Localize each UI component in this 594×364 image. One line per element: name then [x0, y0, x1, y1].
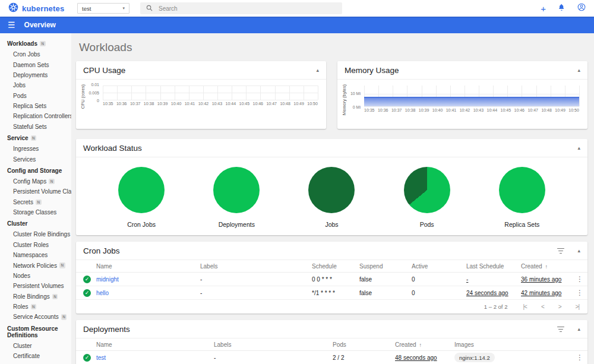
image-chip: nginx:1.14.2: [454, 353, 495, 362]
first-page-icon[interactable]: |<: [523, 303, 526, 310]
table-row[interactable]: ✓hello-*/1 * * * *false024 seconds ago42…: [76, 286, 587, 300]
cell-active: 0: [412, 276, 466, 283]
collapse-arrow-icon[interactable]: ▴: [577, 68, 580, 73]
filter-icon[interactable]: [557, 248, 564, 254]
next-page-icon[interactable]: >: [558, 303, 561, 310]
sidebar-item-label: Ingresses: [13, 145, 39, 152]
user-account-icon[interactable]: [577, 3, 586, 14]
sidebar-item-cluster[interactable]: Cluster: [0, 341, 71, 351]
sidebar-item-stateful-sets[interactable]: Stateful Sets: [0, 122, 71, 132]
sidebar-item-label: Persistent Volume Claims: [13, 188, 71, 195]
sidebar-item-services[interactable]: Services: [0, 154, 71, 164]
column-header-labels[interactable]: Labels: [214, 341, 333, 348]
sidebar-item-replica-sets[interactable]: Replica Sets: [0, 101, 71, 111]
sidebar-item-storage-classes[interactable]: Storage Classes: [0, 207, 71, 217]
sidebar-item-label: Storage Classes: [13, 209, 56, 216]
row-actions-kebab-icon[interactable]: ⋮: [572, 289, 587, 296]
cell-schedule: */1 * * * *: [312, 290, 359, 296]
column-header-created[interactable]: Created↑: [395, 341, 454, 348]
sidebar-item-certificate[interactable]: Certificate: [0, 351, 71, 361]
sidebar-item-role-bindings[interactable]: Role BindingsN: [0, 292, 71, 302]
column-header-schedule[interactable]: Schedule: [312, 263, 359, 270]
row-actions-kebab-icon[interactable]: ⋮: [572, 276, 587, 283]
column-header-name[interactable]: Name: [96, 341, 214, 348]
sidebar-item-secrets[interactable]: SecretsN: [0, 197, 71, 207]
sidebar-item-network-policies[interactable]: Network PoliciesN: [0, 260, 71, 270]
column-header-pods[interactable]: Pods: [333, 341, 395, 348]
x-tick-label: 10:41: [446, 108, 457, 115]
y-tick-label: 0.005: [89, 90, 99, 94]
x-tick-label: 10:50: [568, 108, 579, 115]
column-header-labels[interactable]: Labels: [200, 263, 312, 270]
sidebar-item-daemon-sets[interactable]: Daemon Sets: [0, 59, 71, 69]
collapse-arrow-icon[interactable]: ▴: [577, 327, 580, 332]
namespace-selector[interactable]: test ▾: [77, 3, 129, 14]
v-gridline: [217, 86, 218, 100]
column-header-label: Active: [412, 263, 428, 270]
column-header-name[interactable]: Name: [96, 263, 200, 270]
sidebar-item-cron-jobs[interactable]: Cron Jobs: [0, 49, 71, 59]
row-actions-kebab-icon[interactable]: ⋮: [572, 354, 587, 361]
sidebar-section-header[interactable]: WorkloadsN: [0, 37, 71, 49]
column-header-created[interactable]: Created↑: [521, 263, 572, 270]
memory-y-axis-label: Memory (bytes): [341, 84, 347, 115]
sidebar-item-cluster-issuer[interactable]: Cluster Issuer: [0, 361, 71, 364]
table-row[interactable]: ✓midnight-0 0 * * *false0-36 minutes ago…: [76, 273, 587, 286]
pie-chart: [499, 167, 545, 213]
sidebar-item-cluster-role-bindings[interactable]: Cluster Role Bindings: [0, 229, 71, 239]
cell-last-schedule: 24 seconds ago: [466, 290, 521, 296]
sidebar-item-deployments[interactable]: Deployments: [0, 70, 71, 80]
pie-chart-label: Cron Jobs: [97, 221, 186, 228]
sidebar-item-roles[interactable]: RolesN: [0, 302, 71, 312]
create-resource-button[interactable]: +: [541, 4, 546, 13]
memory-usage-chart: Memory (bytes) 10 Mi0 Mi10:3510:3610:371…: [337, 80, 587, 117]
sidebar-item-jobs[interactable]: Jobs: [0, 80, 71, 90]
sidebar-item-namespaces[interactable]: Namespaces: [0, 250, 71, 260]
sidebar-item-pods[interactable]: Pods: [0, 91, 71, 101]
relative-time: 24 seconds ago: [466, 290, 508, 296]
collapse-arrow-icon[interactable]: ▴: [577, 248, 580, 254]
sidebar-section-header[interactable]: ServiceN: [0, 132, 71, 144]
x-tick-label: 10:50: [307, 102, 318, 109]
cronjob-name-link[interactable]: midnight: [96, 276, 119, 283]
v-gridline: [146, 86, 146, 100]
collapse-arrow-icon[interactable]: ▴: [577, 145, 580, 151]
column-header-active[interactable]: Active: [412, 263, 466, 270]
x-tick-label: 10:49: [293, 102, 304, 109]
hamburger-menu-icon[interactable]: ☰: [8, 21, 15, 29]
previous-page-icon[interactable]: <: [541, 303, 544, 310]
column-header-suspend[interactable]: Suspend: [359, 263, 412, 270]
table-row[interactable]: ✓test-2 / 248 seconds agonginx:1.14.2⋮: [76, 351, 587, 364]
sidebar-section-header[interactable]: Config and Storage: [0, 164, 71, 176]
sidebar-item-nodes[interactable]: Nodes: [0, 271, 71, 281]
pie-chart-label: Replica Sets: [478, 221, 567, 228]
sidebar-section-header[interactable]: Cluster: [0, 217, 71, 229]
sidebar-item-replication-controllers[interactable]: Replication Controllers: [0, 111, 71, 121]
x-tick-label: 10:40: [171, 102, 182, 109]
collapse-arrow-icon[interactable]: ▴: [316, 68, 319, 73]
search-bar[interactable]: [140, 2, 342, 14]
sidebar-item-persistent-volumes[interactable]: Persistent Volumes: [0, 281, 71, 291]
x-tick-label: 10:37: [130, 102, 141, 109]
deployment-name-link[interactable]: test: [96, 354, 106, 361]
sidebar-section-label: Custom Resource Definitions: [7, 325, 69, 338]
sidebar-item-config-maps[interactable]: Config MapsN: [0, 176, 71, 186]
x-tick-label: 10:42: [460, 108, 470, 115]
filter-icon[interactable]: [557, 327, 564, 333]
workload-status-pies: Cron JobsDeploymentsJobsPodsReplica Sets: [76, 157, 587, 235]
chart-plot-area: [103, 86, 318, 100]
column-header-images[interactable]: Images: [454, 341, 572, 348]
sidebar-item-cluster-roles[interactable]: Cluster Roles: [0, 240, 71, 250]
last-page-icon[interactable]: >|: [576, 303, 579, 310]
x-tick-label: 10:42: [198, 102, 209, 109]
cronjob-name-link[interactable]: hello: [96, 290, 109, 296]
sidebar-item-label: Roles: [13, 303, 29, 310]
sidebar-section-header[interactable]: Custom Resource Definitions: [0, 322, 71, 341]
search-input[interactable]: [159, 5, 336, 12]
column-header-last-schedule[interactable]: Last Schedule: [466, 263, 521, 270]
notifications-bell-icon[interactable]: [558, 3, 565, 14]
sidebar-item-persistent-volume-claims[interactable]: Persistent Volume ClaimsN: [0, 186, 71, 197]
kubernetes-logo[interactable]: kubernetes: [8, 2, 71, 15]
sidebar-item-service-accounts[interactable]: Service AccountsN: [0, 312, 71, 322]
sidebar-item-ingresses[interactable]: Ingresses: [0, 144, 71, 154]
